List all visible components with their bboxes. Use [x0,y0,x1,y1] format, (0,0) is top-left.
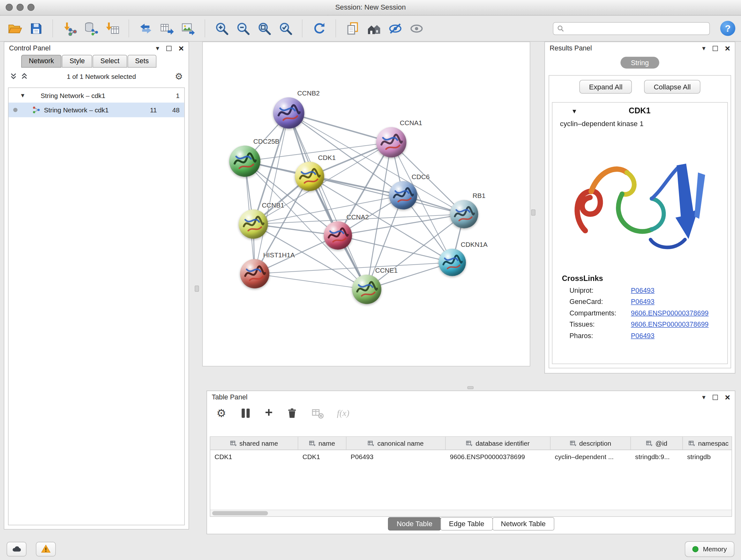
column-type-icon [230,440,237,447]
show-columns-button[interactable] [239,407,252,420]
zoom-selected-button[interactable] [276,19,294,38]
network-options-button[interactable]: ⚙ [175,72,183,81]
hide-graphics-details-button[interactable] [386,19,404,38]
control-panel-title: Control Panel [9,44,51,52]
import-network-from-database-button[interactable] [82,19,99,38]
panel-float-button[interactable] [713,46,718,51]
panel-close-button[interactable]: × [179,44,184,53]
panel-float-button[interactable] [166,46,172,51]
network-node-hist1h1a[interactable] [240,259,269,289]
splitter-handle[interactable] [468,386,474,389]
tab-style[interactable]: Style [62,55,92,68]
memory-button[interactable]: Memory [685,541,734,557]
collapse-all-button[interactable]: Collapse All [644,80,700,94]
expand-all-networks-button[interactable] [21,73,28,80]
expand-all-button[interactable]: Expand All [580,80,632,94]
column-header-3[interactable]: canonical name [346,437,446,449]
network-node-ccna1[interactable] [376,127,407,158]
table-panel: Table Panel ▾ × ⚙ + f(x) shared namename… [206,390,735,534]
cloud-status-button[interactable] [7,542,26,556]
network-edge[interactable] [289,113,367,289]
column-header-6[interactable]: @id [631,437,683,449]
zoom-fit-button[interactable] [255,19,273,38]
column-header-2[interactable]: name [298,437,346,449]
table-horizontal-scrollbar[interactable] [210,509,731,516]
network-node-cdkn1a[interactable] [439,249,466,276]
document-button[interactable] [344,19,361,38]
warnings-button[interactable] [36,542,56,556]
tab-node-table[interactable]: Node Table [388,517,441,530]
crosslink-value[interactable]: P06493 [631,332,655,340]
network-edge[interactable] [253,195,403,224]
network-node-cdc25b[interactable] [229,145,260,177]
network-node-rb1[interactable] [450,200,478,228]
network-edge[interactable] [255,113,289,273]
delete-columns-button[interactable] [286,407,298,420]
crosslink-value[interactable]: 9606.ENSP00000378699 [631,309,709,317]
column-header-7[interactable]: namespac [683,437,732,449]
show-graphics-details-button[interactable] [408,19,425,38]
export-table-button[interactable] [158,19,176,38]
table-row[interactable]: CDK1CDK1P064939606.ENSP00000378699cyclin… [210,450,731,463]
network-row-selected[interactable]: String Network – cdk1 11 48 [9,103,185,117]
column-header-5[interactable]: description [550,437,631,449]
network-node-ccna2[interactable] [324,221,352,250]
tree-expanded-icon[interactable]: ▼ [20,92,25,99]
tab-select[interactable]: Select [93,55,127,68]
panel-menu-button[interactable]: ▾ [702,45,705,52]
panel-menu-button[interactable]: ▾ [156,45,159,52]
import-table-from-file-button[interactable] [103,19,121,38]
network-canvas[interactable]: CCNB2CCNA1CDC25BCDK1CDC6RB1CCNB1CCNA2CDK… [203,42,530,366]
tab-network[interactable]: Network [21,55,62,68]
tab-sets[interactable]: Sets [127,55,156,68]
network-node-ccnb1[interactable] [239,209,268,239]
column-header-4[interactable]: database identifier [446,437,550,449]
crosslink-value[interactable]: P06493 [631,287,655,294]
panel-menu-button[interactable]: ▾ [702,394,705,401]
collapse-all-networks-button[interactable] [10,73,17,80]
crosslink-value[interactable]: P06493 [631,298,655,306]
import-network-from-file-button[interactable] [61,19,78,38]
export-network-button[interactable] [137,19,154,38]
table-cell: cyclin–dependent ... [550,450,631,463]
column-label: database identifier [475,439,529,447]
zoom-in-button[interactable] [212,19,230,38]
create-column-button[interactable]: + [265,406,273,419]
table-settings-button[interactable]: ⚙ [216,408,226,419]
panel-close-button[interactable]: × [725,44,730,53]
apply-layout-button[interactable] [310,19,328,38]
network-node-cdk1[interactable] [295,162,324,191]
zoom-out-button[interactable] [234,19,252,38]
network-edge[interactable] [255,273,367,289]
network-node-cdc6[interactable] [389,181,417,209]
network-collection-row[interactable]: ▼ String Network – cdk1 1 [9,88,185,103]
network-node-ccnb2[interactable] [273,98,305,129]
help-button[interactable]: ? [720,21,735,36]
panel-float-button[interactable] [713,395,718,400]
network-node-ccne1[interactable] [352,274,381,304]
search-input[interactable] [567,24,705,33]
control-panel-tabs: NetworkStyleSelectSets [21,55,186,68]
string-network-icon [31,105,41,114]
column-type-icon [569,440,576,447]
crosslink-value[interactable]: 9606.ENSP00000378699 [631,320,709,328]
column-header-1[interactable]: shared name [210,437,298,449]
string-tab[interactable]: String [620,57,659,69]
protein-expand-icon[interactable]: ▼ [571,108,577,115]
network-view[interactable]: CCNB2CCNA1CDC25BCDK1CDC6RB1CCNB1CCNA2CDK… [202,42,530,366]
function-builder-button[interactable]: f(x) [337,408,349,419]
tab-network-table[interactable]: Network Table [492,517,554,530]
scrollbar-thumb[interactable] [212,511,268,515]
houses-icon [366,21,381,36]
open-session-button[interactable] [6,19,23,38]
node-label: CDC6 [412,173,429,181]
splitter-handle[interactable] [195,286,199,292]
export-image-button[interactable] [179,19,197,38]
search-box[interactable] [553,22,710,35]
tab-edge-table[interactable]: Edge Table [441,517,493,530]
save-session-button[interactable] [27,19,45,38]
home-button[interactable] [365,19,383,38]
delete-table-button[interactable] [312,407,324,420]
panel-close-button[interactable]: × [725,393,730,401]
splitter-handle[interactable] [531,209,535,215]
